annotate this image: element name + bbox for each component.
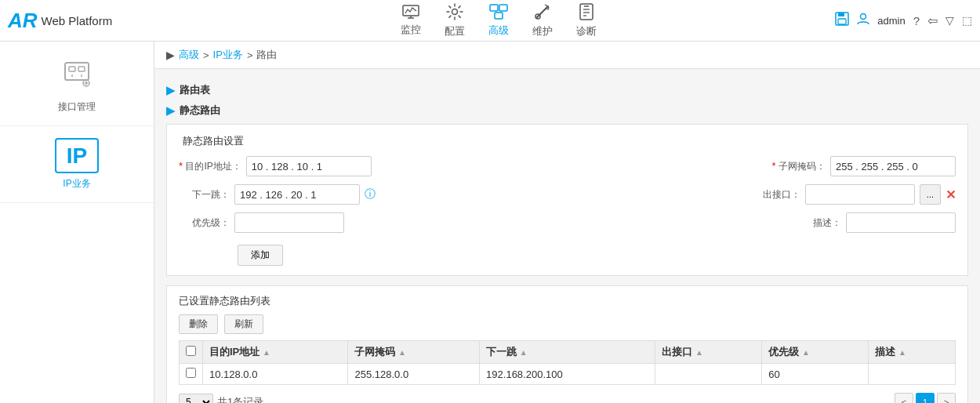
col-dest-ip[interactable]: 目的IP地址 ▲: [203, 341, 348, 364]
priority-group: 优先级：: [179, 212, 344, 233]
logo: AR Web Platform: [8, 9, 162, 33]
help-icon[interactable]: ?: [913, 14, 920, 27]
maintenance-icon: [534, 3, 551, 23]
help-circle-icon[interactable]: ⓘ: [365, 187, 376, 202]
sidebar-item-interface[interactable]: 接口管理: [0, 49, 154, 126]
routing-table-header: ▶ 路由表: [166, 83, 968, 97]
logout-icon[interactable]: ⬚: [962, 14, 972, 27]
user-icon[interactable]: [857, 13, 869, 29]
total-records: 共1条记录: [217, 395, 263, 403]
description-input[interactable]: [846, 212, 956, 233]
breadcrumb-advanced[interactable]: 高级: [179, 48, 199, 62]
filter-icon[interactable]: ▽: [946, 14, 954, 27]
page-size-area: 5 10 20 共1条记录: [179, 394, 263, 403]
col-next-hop[interactable]: 下一跳 ▲: [480, 341, 655, 364]
row-checkbox-0[interactable]: [186, 368, 196, 378]
next-hop-input[interactable]: 192 . 126 . 20 . 1: [234, 184, 360, 205]
monitor-icon: [402, 5, 419, 21]
exit-port-browse-btn[interactable]: ...: [920, 184, 941, 205]
back-icon[interactable]: ⇦: [927, 13, 938, 28]
subnet-input[interactable]: 255 . 255 . 255 . 0: [830, 156, 956, 176]
svg-rect-19: [69, 67, 75, 71]
static-route-list: 已设置静态路由列表 删除 刷新 目的IP地址 ▲ 子网掩码 ▲ 下一跳 ▲: [166, 285, 968, 403]
static-route-title: 静态路由: [180, 103, 220, 118]
svg-rect-20: [78, 67, 85, 71]
diagnosis-icon: [578, 3, 595, 23]
next-page-btn[interactable]: >: [937, 393, 956, 403]
description-group: 描述：: [790, 212, 956, 233]
row-checkbox-td[interactable]: [180, 364, 203, 385]
nav-monitor-label: 监控: [401, 23, 421, 37]
static-route-icon: ▶: [166, 104, 175, 117]
nav-diagnosis[interactable]: 诊断: [576, 3, 597, 38]
svg-point-17: [861, 13, 866, 19]
row-description: [869, 364, 956, 385]
breadcrumb-ip[interactable]: IP业务: [213, 48, 243, 62]
breadcrumb-icon: ▶: [166, 49, 175, 61]
exit-port-group: 出接口： ... ✕: [750, 184, 956, 205]
breadcrumb-current: 路由: [256, 48, 277, 62]
ip-icon: IP: [55, 138, 99, 173]
svg-rect-4: [490, 5, 498, 11]
logo-text: Web Platform: [42, 14, 113, 27]
routing-table-title: 路由表: [180, 83, 210, 97]
col-subnet[interactable]: 子网掩码 ▲: [348, 341, 480, 364]
advanced-icon: [489, 4, 508, 22]
sidebar-item-ip[interactable]: IP IP业务: [0, 126, 154, 203]
layout: 接口管理 IP IP业务 ▶ 高级 > IP业务 > 路由 ▶ 路由表 ▶: [0, 42, 980, 403]
prev-page-btn[interactable]: <: [895, 393, 913, 403]
dest-ip-value: 10 . 128 . 10 . 1: [252, 161, 322, 172]
nav-advanced[interactable]: 高级: [488, 4, 509, 38]
route-table: 目的IP地址 ▲ 子网掩码 ▲ 下一跳 ▲ 出接口 ▲ 优先级 ▲ 描述 ▲ 1…: [179, 340, 956, 385]
pagination: 5 10 20 共1条记录 < 1 >: [179, 393, 956, 403]
exit-port-clear-btn[interactable]: ✕: [946, 187, 956, 202]
page-controls: < 1 >: [895, 393, 956, 403]
form-row-1: * 目的IP地址： 10 . 128 . 10 . 1 * 子网掩码： 255 …: [179, 156, 956, 176]
row-subnet: 255.128.0.0: [348, 364, 480, 385]
col-description[interactable]: 描述 ▲: [869, 341, 956, 364]
refresh-button[interactable]: 刷新: [224, 314, 263, 334]
col-exit-port[interactable]: 出接口 ▲: [655, 341, 762, 364]
breadcrumb-sep2: >: [247, 49, 253, 61]
exit-port-input[interactable]: [805, 184, 915, 205]
subnet-label: * 子网掩码：: [772, 160, 826, 173]
col-priority[interactable]: 优先级 ▲: [762, 341, 869, 364]
logo-ar: AR: [8, 9, 38, 33]
select-all-checkbox[interactable]: [186, 346, 196, 356]
delete-button[interactable]: 删除: [179, 314, 218, 334]
nav-advanced-label: 高级: [488, 24, 509, 38]
username-label: admin: [877, 15, 905, 27]
nav-monitor[interactable]: 监控: [401, 5, 421, 37]
row-exit-port: [655, 364, 762, 385]
page-size-select[interactable]: 5 10 20: [179, 394, 213, 403]
select-all-th[interactable]: [180, 341, 203, 364]
header-right: admin ? ⇦ ▽ ⬚: [835, 12, 972, 30]
nav-config[interactable]: 配置: [445, 3, 465, 38]
add-button[interactable]: 添加: [238, 245, 283, 266]
breadcrumb-sep1: >: [203, 49, 209, 61]
nav-maintenance[interactable]: 维护: [532, 3, 553, 38]
priority-label: 优先级：: [179, 216, 230, 230]
row-priority: 60: [762, 364, 869, 385]
static-route-form: 静态路由设置 * 目的IP地址： 10 . 128 . 10 . 1: [166, 124, 968, 276]
table-body: 10.128.0.0 255.128.0.0 192.168.200.100 6…: [180, 364, 956, 385]
nav-diagnosis-label: 诊断: [576, 24, 597, 38]
main-content: ▶ 高级 > IP业务 > 路由 ▶ 路由表 ▶ 静态路由 静态路由设置: [154, 42, 980, 403]
sidebar: 接口管理 IP IP业务: [0, 42, 154, 403]
save-icon[interactable]: [835, 12, 849, 30]
form-row-2: 下一跳： 192 . 126 . 20 . 1 ⓘ 出接口： ... ✕: [179, 184, 956, 205]
row-next-hop: 192.168.200.100: [480, 364, 655, 385]
dest-ip-input[interactable]: 10 . 128 . 10 . 1: [246, 156, 372, 176]
table-row: 10.128.0.0 255.128.0.0 192.168.200.100 6…: [180, 364, 956, 385]
nav-menu: 监控 配置 高级 维护 诊断: [162, 3, 835, 38]
page-1-btn[interactable]: 1: [916, 393, 935, 403]
table-toolbar: 删除 刷新: [179, 314, 956, 334]
priority-input[interactable]: [234, 212, 344, 233]
nav-config-label: 配置: [445, 24, 465, 38]
dest-ip-group: * 目的IP地址： 10 . 128 . 10 . 1: [179, 156, 372, 176]
breadcrumb: ▶ 高级 > IP业务 > 路由: [154, 42, 980, 69]
svg-line-7: [537, 6, 548, 17]
static-route-header: ▶ 静态路由: [166, 103, 968, 118]
sidebar-interface-label: 接口管理: [58, 100, 96, 114]
svg-rect-5: [499, 5, 507, 11]
